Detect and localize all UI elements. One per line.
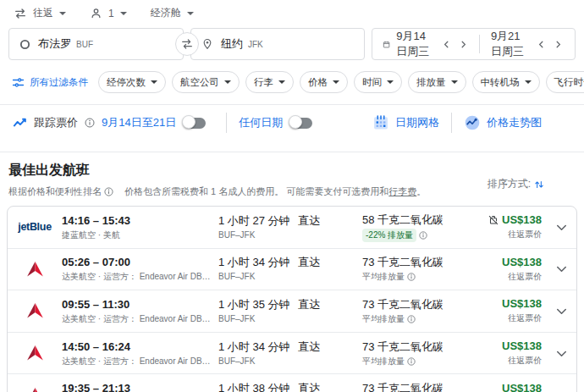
flight-row[interactable]: 19:35 – 21:13 达美航空 · 运营方： Endeavor Air D… (8, 374, 576, 392)
price-graph-button[interactable]: 价格走势图 (464, 114, 542, 131)
tune-filter-icon (12, 76, 25, 89)
flight-route: BUF–JFK (218, 229, 298, 241)
all-filters-button[interactable]: 所有过滤条件 (12, 76, 88, 89)
delta-logo (25, 302, 45, 319)
chevron-down-icon (387, 80, 394, 84)
bag-fees-link[interactable]: 行李费 (388, 185, 416, 198)
co2-amount: 73 千克二氧化碳 (362, 340, 472, 354)
filter-chip-times[interactable]: 时间 (354, 71, 402, 93)
sort-arrows-icon (533, 179, 545, 190)
date-range-field: 9月14日周三 9月21日周三 (372, 28, 576, 60)
flight-row[interactable]: jetBlue 14:16 – 15:43 捷蓝航空 · 美航 1 小时 27 … (8, 207, 576, 249)
carrier-info: 达美航空 · 运营方： Endeavor Air DBA Delta Conne… (62, 313, 214, 325)
expand-chevron-icon[interactable] (554, 219, 570, 235)
flight-route: BUF–JFK (218, 271, 298, 283)
return-date[interactable]: 9月21日周三 (489, 29, 531, 59)
destination-field[interactable]: 纽约 JFK (190, 28, 365, 60)
filter-chip-airlines[interactable]: 航空公司 (172, 71, 240, 93)
expand-cell (547, 261, 576, 277)
expand-cell (547, 387, 576, 392)
date-grid-label: 日期网格 (395, 115, 439, 130)
expand-chevron-icon[interactable] (554, 345, 570, 362)
ranking-note: 根据价格和便利性排名 (8, 185, 102, 198)
flight-route: BUF–JFK (218, 313, 298, 325)
expand-chevron-icon[interactable] (554, 303, 570, 319)
cabin-class-label: 经济舱 (151, 6, 181, 20)
stops-cell: 直达 (298, 213, 362, 241)
flight-duration: 1 小时 35 分钟 (218, 297, 298, 312)
vertical-divider (451, 113, 452, 133)
duration-cell: 1 小时 34 分钟 BUF–JFK (218, 255, 298, 283)
trip-type-select[interactable]: 往返 (14, 6, 66, 20)
price-graph-icon (464, 114, 481, 131)
info-icon[interactable] (85, 118, 95, 128)
filter-chip-price[interactable]: 价格 (300, 71, 348, 93)
filter-chip-emissions[interactable]: 排放量 (408, 71, 466, 93)
duration-cell: 1 小时 27 分钟 BUF–JFK (218, 213, 298, 241)
price-cell: US$138 往返票价 (472, 213, 547, 240)
passenger-count: 1 (108, 8, 114, 19)
price-cell: US$138 往返票价 (472, 382, 547, 392)
google-flights-app: 往返 1 经济舱 布法罗 BUF 纽约 JFK 9月14日周三 (0, 0, 584, 392)
swap-origin-destination-button[interactable] (175, 32, 199, 56)
sort-by-button[interactable]: 排序方式: (488, 177, 545, 191)
flight-times: 09:55 – 11:30 (62, 297, 218, 312)
info-icon[interactable] (104, 187, 113, 196)
airline-logo-cell (8, 387, 62, 392)
emissions-label: -22% 排放量 (362, 229, 416, 242)
depart-date[interactable]: 9月14日周三 (394, 29, 436, 59)
expand-chevron-icon[interactable] (554, 261, 570, 277)
chevron-down-icon (187, 12, 194, 15)
emissions-cell: 73 千克二氧化碳 平均排放量 (362, 255, 472, 283)
cabin-class-select[interactable]: 经济舱 (151, 6, 194, 20)
emissions-cell: 58 千克二氧化碳 -22% 排放量 (362, 213, 472, 242)
time-cell: 14:50 – 16:24 达美航空 · 运营方： Endeavor Air D… (62, 340, 218, 367)
all-filters-label: 所有过滤条件 (30, 76, 88, 89)
track-date-range-toggle[interactable] (184, 118, 206, 129)
flight-price: US$138 (502, 340, 542, 352)
carrier-info: 达美航空 · 运营方： Endeavor Air DBA Delta Conne… (62, 356, 214, 367)
info-icon[interactable] (407, 273, 416, 281)
price-note: 往返票价 (508, 229, 542, 240)
duration-cell: 1 小时 38 分钟 BUF–JFK (218, 381, 298, 392)
results-header: 最佳出发航班 根据价格和便利性排名 价格包含所需税费和 1 名成人的费用。 可能… (0, 152, 584, 198)
depart-date-prev-button[interactable] (440, 39, 453, 50)
flight-row[interactable]: 14:50 – 16:24 达美航空 · 运营方： Endeavor Air D… (8, 333, 576, 375)
flight-row[interactable]: 05:26 – 07:00 达美航空 · 运营方： Endeavor Air D… (8, 249, 576, 291)
depart-date-next-button[interactable] (457, 39, 470, 50)
date-grid-button[interactable]: 日期网格 (372, 114, 439, 131)
info-icon[interactable] (407, 357, 416, 366)
chevron-down-icon (120, 12, 127, 15)
price-cell: US$138 往返票价 (472, 297, 547, 324)
return-date-prev-button[interactable] (535, 39, 548, 50)
emissions-cell: 73 千克二氧化碳 平均排放量 (362, 381, 472, 392)
origin-field[interactable]: 布法罗 BUF (8, 28, 184, 60)
any-dates-toggle[interactable] (290, 118, 312, 129)
info-icon[interactable] (407, 315, 416, 323)
time-cell: 09:55 – 11:30 达美航空 · 运营方： Endeavor Air D… (62, 297, 218, 325)
filter-chip-bags[interactable]: 行李 (245, 71, 294, 93)
price-trend-icon (12, 115, 28, 131)
return-date-next-button[interactable] (552, 39, 565, 50)
calendar-icon (383, 38, 390, 51)
flight-row[interactable]: 09:55 – 11:30 达美航空 · 运营方： Endeavor Air D… (8, 290, 576, 333)
stops-cell: 直达 (298, 297, 362, 325)
filter-chip-stops[interactable]: 经停次数 (98, 71, 166, 93)
round-trip-icon (14, 7, 27, 20)
price-note: 往返票价 (508, 355, 542, 367)
trip-type-label: 往返 (33, 6, 53, 20)
expand-cell (547, 345, 576, 362)
flight-times: 05:26 – 07:00 (62, 255, 218, 269)
price-note: 往返票价 (508, 271, 542, 283)
passengers-select[interactable]: 1 (90, 7, 127, 19)
expand-chevron-icon[interactable] (554, 387, 570, 392)
filter-chip-connecting-airports[interactable]: 中转机场 (472, 71, 540, 93)
emissions-label: 平均排放量 (362, 356, 405, 367)
flight-price: US$138 (502, 297, 542, 310)
chevron-down-icon (278, 80, 285, 84)
info-icon[interactable] (419, 231, 427, 240)
track-prices-label: 跟踪票价 (34, 115, 78, 130)
emissions-label: 平均排放量 (362, 271, 405, 283)
filter-chip-duration[interactable]: 飞行时长 (546, 71, 584, 93)
sort-by-label: 排序方式: (488, 177, 531, 191)
